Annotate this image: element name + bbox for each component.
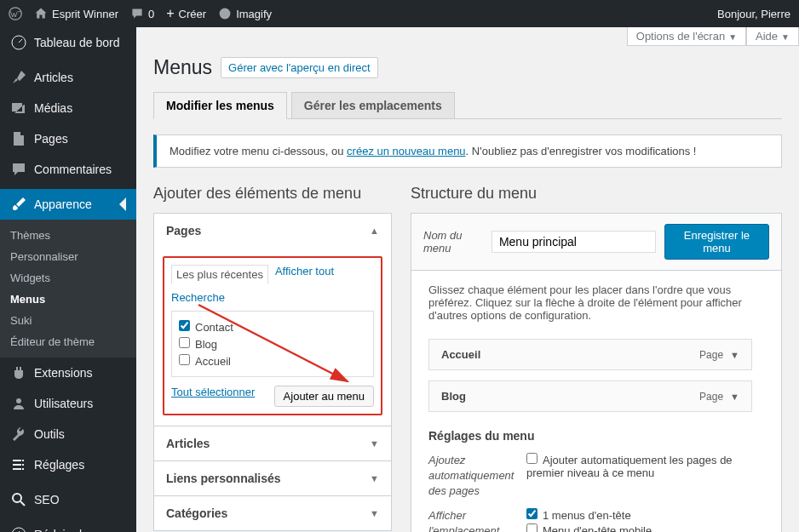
auto-add-option[interactable]: Ajouter automatiquement les pages de pre… bbox=[526, 453, 764, 479]
chevron-down-icon: ▼ bbox=[781, 32, 790, 42]
checkbox-accueil[interactable] bbox=[179, 354, 190, 365]
loc-checkbox-mobile[interactable] bbox=[526, 523, 537, 532]
checkbox-blog[interactable] bbox=[179, 337, 190, 348]
save-menu-button-top[interactable]: Enregistrer le menu bbox=[664, 224, 769, 260]
accordion-links-head[interactable]: Liens personnalisés▼ bbox=[154, 461, 391, 495]
settings-icon bbox=[10, 456, 27, 473]
active-arrow bbox=[112, 197, 126, 211]
chevron-down-icon[interactable]: ▼ bbox=[730, 392, 739, 402]
submenu-themes[interactable]: Thèmes bbox=[0, 225, 136, 246]
admin-sidebar: Tableau de bord Articles Médias Pages Co… bbox=[0, 27, 136, 532]
menu-appearance[interactable]: Apparence bbox=[0, 189, 136, 220]
menu-collapse[interactable]: Réduire le menu bbox=[0, 519, 136, 532]
menu-edit-frame: Nom du menu Enregistrer le menu Glissez … bbox=[411, 213, 782, 532]
accordion-pages-head[interactable]: Pages▲ bbox=[154, 214, 391, 248]
live-preview-button[interactable]: Gérer avec l'aperçu en direct bbox=[221, 57, 378, 78]
howdy-account[interactable]: Bonjour, Pierre bbox=[717, 8, 790, 20]
structure-heading: Structure du menu bbox=[411, 185, 782, 203]
subtab-recent[interactable]: Les plus récentes bbox=[171, 265, 268, 284]
info-notice: Modifiez votre menu ci-dessous, ou créez… bbox=[153, 134, 782, 168]
subtab-all[interactable]: Afficher tout bbox=[275, 265, 334, 284]
page-option-contact[interactable]: Contact bbox=[179, 318, 366, 335]
subtab-search[interactable]: Recherche bbox=[171, 291, 225, 304]
page-option-blog[interactable]: Blog bbox=[179, 335, 366, 352]
svg-point-4 bbox=[13, 494, 21, 502]
pin-icon bbox=[10, 69, 27, 86]
users-icon bbox=[10, 395, 27, 412]
menu-plugins[interactable]: Extensions bbox=[0, 358, 136, 388]
plugin-icon bbox=[10, 364, 27, 381]
annotation-highlight: Les plus récentes Afficher tout Recherch… bbox=[163, 256, 382, 415]
menu-users[interactable]: Utilisateurs bbox=[0, 388, 136, 419]
menu-posts[interactable]: Articles bbox=[0, 62, 136, 93]
submenu-customize[interactable]: Personnaliser bbox=[0, 246, 136, 267]
page-option-accueil[interactable]: Accueil bbox=[179, 352, 366, 369]
dashboard-icon bbox=[10, 34, 27, 51]
accordion-pages: Pages▲ Les plus récentes Afficher tout R… bbox=[153, 213, 392, 426]
seo-icon bbox=[10, 491, 27, 508]
menu-item-blog[interactable]: Blog Page ▼ bbox=[428, 380, 752, 412]
add-to-menu-button[interactable]: Ajouter au menu bbox=[274, 386, 374, 407]
svg-point-5 bbox=[12, 528, 26, 532]
menu-media[interactable]: Médias bbox=[0, 93, 136, 123]
chevron-up-icon: ▲ bbox=[370, 226, 379, 236]
page-icon bbox=[10, 130, 27, 147]
menu-item-accueil[interactable]: Accueil Page ▼ bbox=[428, 339, 752, 370]
imagify-link[interactable]: Imagify bbox=[218, 7, 272, 20]
comments-count[interactable]: 0 bbox=[130, 7, 154, 20]
svg-point-1 bbox=[220, 9, 231, 20]
screen-options-tab[interactable]: Options de l'écran▼ bbox=[627, 27, 746, 46]
accordion-categories-head[interactable]: Catégories▼ bbox=[154, 496, 391, 530]
media-icon bbox=[10, 100, 27, 117]
tab-manage-locations[interactable]: Gérer les emplacements bbox=[291, 92, 455, 118]
location-mobile[interactable]: Menu d'en-tête mobile bbox=[526, 523, 696, 532]
menu-settings-heading: Réglages du menu bbox=[428, 429, 764, 443]
chevron-down-icon: ▼ bbox=[370, 473, 379, 483]
page-title: Menus bbox=[153, 56, 212, 79]
checkbox-contact[interactable] bbox=[179, 320, 190, 331]
plus-icon: + bbox=[166, 6, 174, 21]
auto-add-checkbox[interactable] bbox=[526, 453, 537, 464]
admin-bar: Esprit Winner 0 +Créer Imagify Bonjour, … bbox=[0, 0, 799, 27]
svg-point-3 bbox=[16, 398, 21, 403]
submenu-suki[interactable]: Suki bbox=[0, 310, 136, 331]
brush-icon bbox=[10, 196, 27, 213]
site-name[interactable]: Esprit Winner bbox=[34, 7, 118, 20]
location-label: Afficher l'emplacement bbox=[428, 508, 509, 532]
tab-edit-menus[interactable]: Modifier les menus bbox=[153, 92, 287, 119]
help-tab[interactable]: Aide▼ bbox=[746, 27, 799, 46]
chevron-down-icon: ▼ bbox=[370, 438, 379, 449]
menu-pages[interactable]: Pages bbox=[0, 123, 136, 154]
loc-checkbox-header[interactable] bbox=[526, 508, 537, 519]
imagify-icon bbox=[218, 7, 232, 20]
submenu-menus[interactable]: Menus bbox=[0, 289, 136, 310]
main-content: Options de l'écran▼ Aide▼ Menus Gérer av… bbox=[136, 27, 799, 532]
auto-add-label: Ajoutez automatiquement des pages bbox=[428, 453, 509, 500]
create-menu-link[interactable]: créez un nouveau menu bbox=[347, 145, 465, 157]
chevron-down-icon[interactable]: ▼ bbox=[730, 350, 739, 360]
menu-tools[interactable]: Outils bbox=[0, 419, 136, 449]
collapse-icon bbox=[10, 526, 27, 532]
select-all-link[interactable]: Tout sélectionner bbox=[171, 386, 255, 398]
drag-hint: Glissez chaque élément pour les placer d… bbox=[428, 283, 764, 322]
menu-seo[interactable]: SEO bbox=[0, 484, 136, 515]
wp-logo[interactable] bbox=[9, 7, 22, 20]
menu-settings[interactable]: Réglages bbox=[0, 449, 136, 480]
submenu-widgets[interactable]: Widgets bbox=[0, 267, 136, 289]
comment-icon bbox=[130, 7, 144, 20]
location-header[interactable]: 1 menus d'en-tête bbox=[526, 508, 696, 522]
home-icon bbox=[34, 7, 48, 20]
menu-name-label: Nom du menu bbox=[423, 229, 483, 255]
nav-tabs: Modifier les menus Gérer les emplacement… bbox=[153, 92, 782, 119]
accordion-links: Liens personnalisés▼ bbox=[153, 460, 392, 496]
menu-dashboard[interactable]: Tableau de bord bbox=[0, 27, 136, 58]
new-content[interactable]: +Créer bbox=[166, 6, 206, 21]
menu-name-input[interactable] bbox=[491, 231, 656, 253]
accordion-categories: Catégories▼ bbox=[153, 495, 392, 531]
comment-icon bbox=[10, 161, 27, 178]
tools-icon bbox=[10, 426, 27, 443]
menu-comments[interactable]: Commentaires bbox=[0, 154, 136, 185]
submenu-editor[interactable]: Éditeur de thème bbox=[0, 331, 136, 352]
accordion-articles-head[interactable]: Articles▼ bbox=[154, 426, 391, 460]
add-items-heading: Ajouter des éléments de menu bbox=[153, 185, 392, 203]
